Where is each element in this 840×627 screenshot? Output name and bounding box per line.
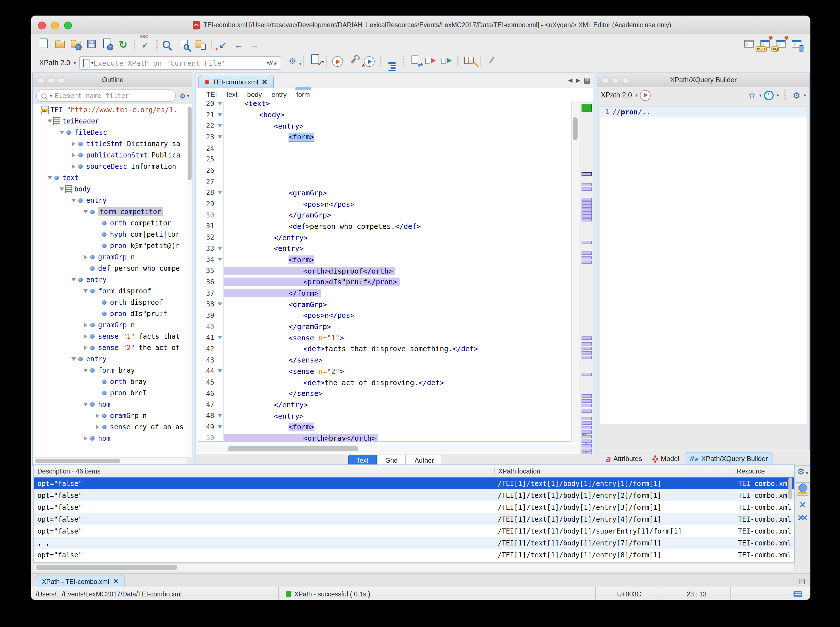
outline-tree-item[interactable]: sensecry of an as <box>33 421 187 433</box>
outline-tree-item[interactable]: text <box>33 172 187 184</box>
breadcrumb-item-entry[interactable]: entry <box>272 91 286 99</box>
outline-tree-item[interactable]: orthbray <box>33 376 187 388</box>
save-icon[interactable] <box>84 37 98 51</box>
occurrence-marker[interactable] <box>581 351 592 354</box>
editor-layout-icon[interactable] <box>742 37 756 50</box>
occurrence-marker[interactable] <box>581 404 592 407</box>
results-settings-gear-icon[interactable]: ⚙ <box>797 467 805 476</box>
results-header-xpath[interactable]: XPath location <box>495 468 733 474</box>
occurrence-marker[interactable] <box>581 183 592 186</box>
editor-builder-splitter[interactable] <box>594 72 597 465</box>
outline-tree-item[interactable]: gramGrpn <box>33 410 187 421</box>
comment-bubble-icon[interactable] <box>794 591 802 597</box>
code-line-36[interactable]: 36<pron>dIs"pru:f</pron> <box>196 276 572 287</box>
code-line-24[interactable]: 24<orth>competitor</orth> <box>196 143 572 154</box>
outline-tree-item[interactable]: sense"2"the act of <box>33 342 187 353</box>
breadcrumb-item-text[interactable]: text <box>226 91 237 99</box>
collapse-arrow-icon[interactable] <box>71 278 76 282</box>
new-document-icon[interactable] <box>37 37 51 50</box>
expand-arrow-icon[interactable] <box>83 345 88 350</box>
results-header-resource[interactable]: Resource <box>733 468 794 474</box>
result-row[interactable]: opt="false"/TEI[1]/text[1]/body[1]/entry… <box>34 489 794 501</box>
refactor-icon[interactable]: ⇄ <box>408 53 422 66</box>
expand-arrow-icon[interactable] <box>83 255 88 259</box>
expand-arrow-icon[interactable] <box>71 164 76 169</box>
mode-tab-author[interactable]: Author <box>406 455 442 466</box>
expand-arrow-icon[interactable] <box>83 436 88 441</box>
editor-vertical-scrollbar[interactable] <box>572 101 579 443</box>
collapse-arrow-icon[interactable] <box>47 176 53 180</box>
outline-tree-item[interactable]: formbray <box>33 365 187 376</box>
occurrence-marker[interactable] <box>581 198 592 201</box>
occurrence-marker[interactable] <box>581 211 592 214</box>
occurrence-marker[interactable] <box>581 205 592 208</box>
transform-icon[interactable] <box>331 55 344 68</box>
db-perspective-icon[interactable] <box>789 37 803 50</box>
code-line-31[interactable]: 31<def>person who competes.</def> <box>196 221 572 232</box>
outline-tree-item[interactable]: body <box>33 184 187 195</box>
collapse-arrow-icon[interactable] <box>59 187 65 191</box>
outline-tree-item[interactable]: entry <box>33 195 187 206</box>
format-indent-icon[interactable] <box>385 60 399 74</box>
code-line-27[interactable]: 27</form> <box>196 176 572 187</box>
result-row[interactable]: opt="false"/TEI[1]/text[1]/body[1]/entry… <box>34 477 794 489</box>
xpath-execute-input[interactable]: ▾ Execute XPath on 'Current File' ▾ //★ <box>79 56 281 70</box>
outline-tree-item[interactable]: hom <box>33 399 187 410</box>
expand-arrow-icon[interactable] <box>71 153 76 158</box>
occurrence-marker[interactable] <box>581 252 592 255</box>
code-line-34[interactable]: 34<form> <box>196 254 572 265</box>
result-row[interactable]: opt="false"/TEI[1]/text[1]/body[1]/entry… <box>34 549 794 561</box>
occurrence-marker[interactable] <box>581 347 592 350</box>
outline-tree-item[interactable]: fileDesc <box>33 127 187 138</box>
close-results-icon[interactable]: ✕ <box>799 501 806 509</box>
code-line-42[interactable]: 42<def>facts that disprove something.</d… <box>196 343 572 354</box>
run-green-icon[interactable] <box>440 54 453 68</box>
results-horizontal-scrollbar[interactable] <box>33 563 795 572</box>
outline-tree-item[interactable]: prondIs"pru:f <box>33 308 187 320</box>
collapse-arrow-icon[interactable] <box>83 403 88 406</box>
code-line-48[interactable]: 48<entry> <box>196 410 572 421</box>
debug-xquery-icon[interactable]: XQ <box>774 37 787 50</box>
builder-tab-model[interactable]: Model <box>648 452 684 465</box>
collapse-arrow-icon[interactable] <box>83 290 88 293</box>
editor-horizontal-scrollbar[interactable] <box>196 444 578 452</box>
code-line-20[interactable]: 20<text> <box>196 101 572 109</box>
close-all-results-icon[interactable]: ✕✕ <box>797 514 808 521</box>
occurrence-marker[interactable] <box>581 394 592 397</box>
outline-tree-item[interactable]: formdisproof <box>33 285 187 297</box>
execute-xpath-button[interactable] <box>640 90 651 101</box>
expand-arrow-icon[interactable] <box>95 413 100 418</box>
occurrence-marker[interactable] <box>581 417 592 420</box>
results-vertical-scrollbar[interactable] <box>788 477 794 506</box>
highlight-results-button[interactable] <box>796 482 809 496</box>
outline-tree-item[interactable]: TEI"http://www.tei-c.org/ns/1. <box>33 104 187 115</box>
fold-toggle-icon[interactable] <box>216 187 224 198</box>
builder-tab-attributes[interactable]: aAttributes <box>601 452 647 465</box>
code-line-32[interactable]: 32</entry> <box>196 232 572 243</box>
outline-settings-gear-icon[interactable]: ⚙ <box>179 92 186 99</box>
xpath-version-dropdown[interactable]: XPath 2.0 <box>601 91 632 99</box>
fold-toggle-icon[interactable] <box>216 120 224 131</box>
validation-ok-indicator[interactable] <box>581 104 592 112</box>
xpath-builder-header[interactable]: XPath/XQuery Builder <box>597 73 809 87</box>
view-list-icon[interactable]: ▤ <box>799 577 805 585</box>
code-line-28[interactable]: 28<gramGrp> <box>196 187 572 198</box>
occurrence-marker[interactable] <box>581 218 592 221</box>
fold-toggle-icon[interactable] <box>216 421 224 432</box>
find-replace-icon[interactable] <box>161 39 175 53</box>
outline-horizontal-scrollbar[interactable] <box>33 457 187 465</box>
occurrence-marker[interactable] <box>581 241 592 244</box>
result-row[interactable]: opt="false"/TEI[1]/text[1]/body[1]/entry… <box>34 501 794 513</box>
fold-toggle-icon[interactable] <box>216 243 224 254</box>
occurrence-marker[interactable] <box>581 172 592 175</box>
occurrence-marker[interactable] <box>581 444 592 447</box>
code-line-21[interactable]: 21<body> <box>196 109 572 120</box>
outline-tree-item[interactable]: teiHeader <box>33 115 187 127</box>
mode-tab-grid[interactable]: Grid <box>377 455 406 466</box>
occurrence-marker[interactable] <box>581 373 592 376</box>
occurrence-marker[interactable] <box>581 208 592 211</box>
code-line-38[interactable]: 38<gramGrp> <box>196 299 572 310</box>
code-line-35[interactable]: 35<orth>disproof</orth> <box>196 265 572 276</box>
fold-toggle-icon[interactable] <box>216 410 224 421</box>
collapse-arrow-icon[interactable] <box>59 131 65 134</box>
